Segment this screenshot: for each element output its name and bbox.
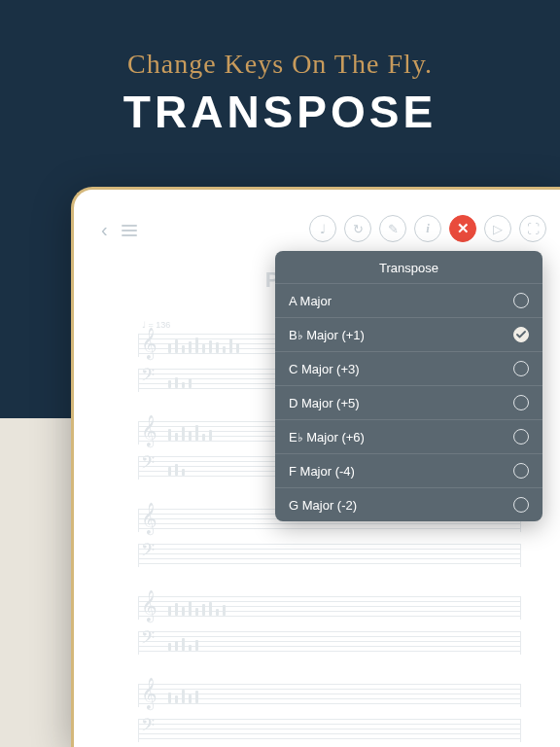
popover-arrow <box>502 251 517 252</box>
transpose-option[interactable]: E♭ Major (+6) <box>275 419 542 453</box>
radio-unchecked-icon <box>513 395 529 410</box>
radio-unchecked-icon <box>513 497 529 513</box>
staff-system-4: 𝄞 𝄢 <box>138 596 521 655</box>
hero-title: TRANSPOSE <box>0 86 560 138</box>
transpose-option-label: D Major (+5) <box>289 396 360 410</box>
transpose-option-label: A Major <box>289 294 332 308</box>
metronome-icon[interactable]: ♩ <box>309 215 336 242</box>
transpose-option[interactable]: F Major (-4) <box>275 453 542 487</box>
transpose-popover: Transpose A MajorB♭ Major (+1)C Major (+… <box>275 251 542 521</box>
transpose-option[interactable]: B♭ Major (+1) <box>275 317 542 351</box>
radio-unchecked-icon <box>513 293 529 308</box>
transpose-option[interactable]: A Major <box>275 283 542 317</box>
radio-checked-icon <box>513 327 529 342</box>
transpose-option[interactable]: C Major (+3) <box>275 351 542 385</box>
annotate-icon[interactable]: ✎ <box>379 215 406 242</box>
transpose-option[interactable]: G Major (-2) <box>275 487 542 521</box>
radio-unchecked-icon <box>513 429 529 445</box>
menu-icon[interactable] <box>122 225 137 236</box>
loop-icon[interactable]: ↻ <box>344 215 371 242</box>
app-toolbar: ♩ ↻ ✎ i ✕ ▷ ⛶ <box>309 215 546 242</box>
popover-title: Transpose <box>275 251 542 283</box>
info-icon[interactable]: i <box>414 215 441 242</box>
tablet-screen: ‹ ♩ ↻ ✎ i ✕ ▷ ⛶ PIECES MAKSIM MRVICA ♩ =… <box>84 199 560 747</box>
hero-subtitle: Change Keys On The Fly. <box>0 49 560 80</box>
transpose-option-label: F Major (-4) <box>289 464 355 479</box>
radio-unchecked-icon <box>513 361 529 376</box>
tablet-frame: ‹ ♩ ↻ ✎ i ✕ ▷ ⛶ PIECES MAKSIM MRVICA ♩ =… <box>71 187 560 747</box>
radio-unchecked-icon <box>513 463 529 479</box>
transpose-option[interactable]: D Major (+5) <box>275 385 542 419</box>
staff-system-5: 𝄞 𝄢 <box>138 684 521 742</box>
app-nav-left: ‹ <box>101 219 137 241</box>
back-button[interactable]: ‹ <box>101 219 108 241</box>
transpose-option-label: E♭ Major (+6) <box>289 430 365 445</box>
close-icon[interactable]: ✕ <box>449 215 476 242</box>
play-icon[interactable]: ▷ <box>484 215 511 242</box>
fullscreen-icon[interactable]: ⛶ <box>519 215 546 242</box>
transpose-option-label: G Major (-2) <box>289 498 357 513</box>
transpose-option-label: B♭ Major (+1) <box>289 328 365 342</box>
transpose-option-label: C Major (+3) <box>289 362 360 376</box>
